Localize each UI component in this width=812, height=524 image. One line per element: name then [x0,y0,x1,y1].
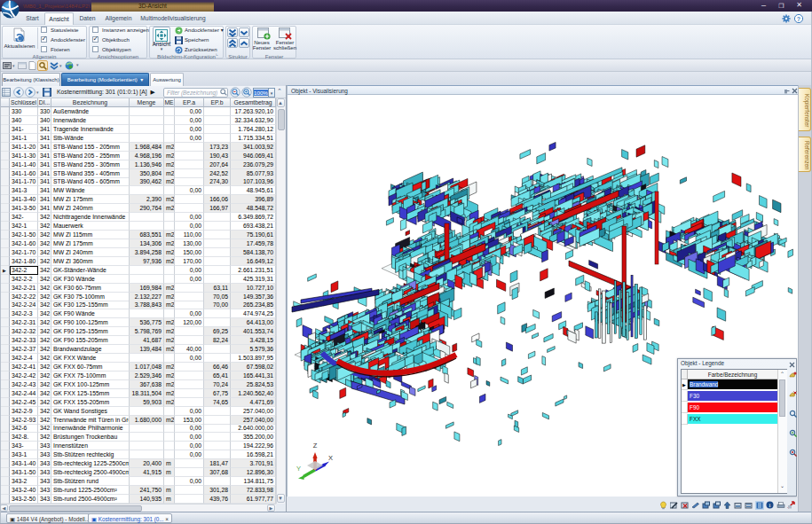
svg-text:Z: Z [313,442,318,450]
svg-text:?: ? [797,16,800,22]
svg-text:i: i [769,502,771,509]
svg-text:X: X [328,454,333,462]
svg-text:Y: Y [296,465,301,473]
